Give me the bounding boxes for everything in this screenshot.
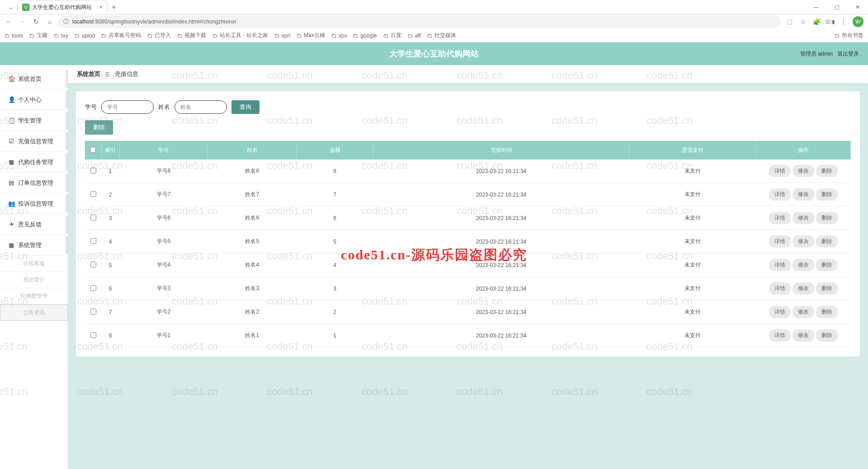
table-header: 金额 xyxy=(297,141,373,159)
menu-button[interactable]: ⋮ xyxy=(837,15,850,28)
sidebar-item[interactable]: 👥投诉信息管理 xyxy=(0,193,68,214)
row-checkbox[interactable] xyxy=(90,309,96,314)
forward-button[interactable]: → xyxy=(16,15,29,28)
profile-avatar[interactable]: W xyxy=(853,16,863,27)
delete-row-button[interactable]: 删除 xyxy=(816,282,838,295)
detail-button[interactable]: 详情 xyxy=(769,188,791,201)
delete-row-button[interactable]: 删除 xyxy=(816,235,838,248)
cell-name: 姓名1 xyxy=(208,324,297,347)
folder-icon: 🗀 xyxy=(5,33,10,39)
sidebar-item-icon: ☑ xyxy=(8,138,14,145)
bookmark-item[interactable]: 🗀aff xyxy=(408,33,421,39)
close-icon[interactable]: × xyxy=(99,4,103,10)
detail-button[interactable]: 详情 xyxy=(769,329,791,342)
search-input-name[interactable] xyxy=(175,100,227,114)
cell-time: 2023-03-22 16:21:34 xyxy=(373,159,629,183)
logout-link[interactable]: 退出登录 xyxy=(837,50,859,58)
browser-tab-active[interactable]: V 大学生爱心互助代购网站 × xyxy=(17,0,108,14)
table-row: 8学号1姓名112023-03-22 16:21:34未支付详情修改删除 xyxy=(85,324,851,347)
row-checkbox[interactable] xyxy=(90,285,96,291)
sidebar-item[interactable]: ▦代购任务管理 xyxy=(0,152,68,173)
bookmark-label: 共享账号密码 xyxy=(108,32,141,39)
all-bookmarks[interactable]: 🗀所有书签 xyxy=(835,32,863,39)
cell-name: 姓名4 xyxy=(208,253,297,277)
edit-button[interactable]: 修改 xyxy=(793,165,814,177)
bookmark-item[interactable]: 🗀google xyxy=(353,33,377,39)
cell-sno: 学号5 xyxy=(119,230,208,253)
search-input-sno[interactable] xyxy=(101,100,154,114)
header-user-label[interactable]: 管理员 admin xyxy=(800,50,833,58)
breadcrumb-home[interactable]: 系统首页 xyxy=(77,70,100,78)
bookmark-item[interactable]: 🗀站长工具 - 站长之家 xyxy=(212,32,268,39)
home-button[interactable]: ⌂ xyxy=(43,15,56,28)
tab-list-button[interactable]: ⌄ xyxy=(5,1,17,14)
sidebar-item[interactable]: 👤个人中心 xyxy=(0,89,68,110)
bookmark-item[interactable]: 🗀已导入 xyxy=(147,32,171,39)
bookmark-star-icon[interactable]: ☆ xyxy=(797,15,809,28)
detail-button[interactable]: 详情 xyxy=(769,212,791,224)
detail-button[interactable]: 详情 xyxy=(769,165,791,177)
detail-button[interactable]: 详情 xyxy=(769,235,791,248)
sidebar-sub-item[interactable]: 在线客服 xyxy=(0,256,68,272)
row-checkbox[interactable] xyxy=(90,168,96,174)
lens-button[interactable]: ⬚ xyxy=(783,15,796,28)
edit-button[interactable]: 修改 xyxy=(793,188,814,201)
delete-row-button[interactable]: 删除 xyxy=(816,306,838,318)
detail-button[interactable]: 详情 xyxy=(769,306,791,318)
row-checkbox[interactable] xyxy=(90,215,96,220)
row-checkbox[interactable] xyxy=(90,191,96,197)
site-info-icon[interactable]: ⓘ xyxy=(63,18,69,26)
bookmark-item[interactable]: 🗀Max云梯 xyxy=(297,32,325,39)
bookmark-item[interactable]: 🗀宝藏 xyxy=(29,32,47,39)
edit-button[interactable]: 修改 xyxy=(793,306,814,318)
back-button[interactable]: ← xyxy=(3,15,15,28)
bookmark-label: 社交媒体 xyxy=(434,32,456,39)
bookmark-item[interactable]: 🗀共享账号密码 xyxy=(101,32,141,39)
bookmark-item[interactable]: 🗀uplod xyxy=(75,33,95,39)
sidebar-item[interactable]: ✈意见反馈 xyxy=(0,214,68,235)
edit-button[interactable]: 修改 xyxy=(793,235,814,248)
sidebar-sub-item[interactable]: 轮播图管理 xyxy=(0,288,68,305)
minimize-button[interactable]: — xyxy=(806,0,826,14)
new-tab-button[interactable]: + xyxy=(108,3,120,11)
edit-button[interactable]: 修改 xyxy=(793,212,814,224)
sidebar-item[interactable]: 📋学生管理 xyxy=(0,110,68,131)
sidebar-item[interactable]: 🏠系统首页 xyxy=(0,69,68,89)
detail-button[interactable]: 详情 xyxy=(769,282,791,295)
bookmark-item[interactable]: 🗀社交媒体 xyxy=(427,32,456,39)
maximize-button[interactable]: ▢ xyxy=(826,0,847,14)
bookmark-item[interactable]: 🗀百度 xyxy=(383,32,401,39)
batch-delete-button[interactable]: 删除 xyxy=(85,120,113,135)
delete-row-button[interactable]: 删除 xyxy=(816,259,838,271)
edit-button[interactable]: 修改 xyxy=(793,259,814,271)
sidebar-item[interactable]: ▦系统管理 xyxy=(0,235,68,256)
bookmark-item[interactable]: 🗀视频下载 xyxy=(177,32,206,39)
edit-button[interactable]: 修改 xyxy=(793,329,814,342)
edit-button[interactable]: 修改 xyxy=(793,282,814,295)
delete-row-button[interactable]: 删除 xyxy=(816,188,838,201)
sidebar-sub-item[interactable]: 公告资讯 xyxy=(0,305,68,321)
row-checkbox[interactable] xyxy=(90,262,96,267)
bookmark-item[interactable]: 🗀vpn xyxy=(274,33,290,39)
extensions-button[interactable]: 🧩 xyxy=(810,15,823,28)
delete-row-button[interactable]: 删除 xyxy=(816,165,838,177)
bookmark-item[interactable]: 🗀tools xyxy=(5,33,23,39)
bookmark-item[interactable]: 🗀txy xyxy=(54,33,68,39)
sidebar-item[interactable]: ▤订单信息管理 xyxy=(0,173,68,193)
close-window-button[interactable]: ✕ xyxy=(847,0,868,14)
folder-icon: 🗀 xyxy=(54,33,59,39)
side-panel-icon[interactable]: ☰◨ xyxy=(824,15,836,28)
query-button[interactable]: 查询 xyxy=(231,100,259,114)
row-checkbox[interactable] xyxy=(90,238,96,244)
bookmark-item[interactable]: 🗀vps xyxy=(331,33,347,39)
sidebar-item[interactable]: ☑充值信息管理 xyxy=(0,131,68,152)
reload-button[interactable]: ↻ xyxy=(30,15,42,28)
delete-row-button[interactable]: 删除 xyxy=(816,212,838,224)
detail-button[interactable]: 详情 xyxy=(769,259,791,271)
row-checkbox[interactable] xyxy=(90,332,96,338)
delete-row-button[interactable]: 删除 xyxy=(816,329,838,342)
address-bar[interactable]: ⓘ localhost:8080/springbootnyvlx/admin/d… xyxy=(59,15,780,28)
bookmark-label: tools xyxy=(12,33,23,39)
select-all-checkbox[interactable] xyxy=(90,147,96,153)
sidebar-sub-item[interactable]: 系统简介 xyxy=(0,272,68,288)
